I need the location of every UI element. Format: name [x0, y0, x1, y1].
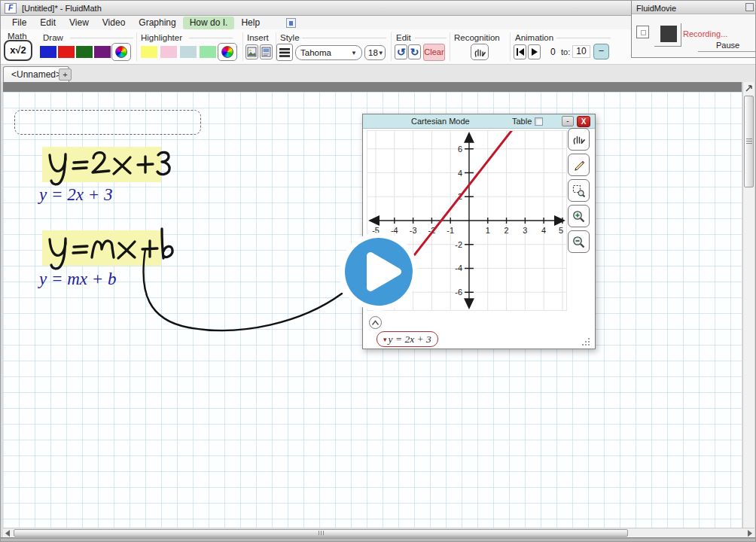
menu-view[interactable]: View: [62, 17, 96, 29]
menu-video[interactable]: Video: [96, 17, 132, 29]
fluidmovie-title-bar[interactable]: FluidMovie: [632, 1, 756, 14]
graph-gesture-button[interactable]: [568, 128, 590, 151]
redo-button[interactable]: ↻: [408, 44, 421, 59]
vertical-scrollbar[interactable]: [742, 82, 754, 528]
recording-status: Recording...: [683, 29, 727, 38]
animation-rewind-button[interactable]: [514, 44, 526, 59]
recognition-group-label: Recognition: [454, 33, 500, 42]
draw-color-green[interactable]: [76, 46, 93, 58]
record-option-button[interactable]: [636, 26, 649, 38]
highlighter-color-green[interactable]: [200, 46, 216, 58]
graph-zoom-in-button[interactable]: [568, 205, 590, 227]
recognition-button[interactable]: [471, 44, 489, 60]
animation-play-button[interactable]: [528, 44, 541, 59]
style-group-label: Style: [280, 33, 300, 42]
svg-text:-6: -6: [455, 288, 462, 297]
resize-grip-icon[interactable]: [581, 337, 590, 346]
graph-zoom-out-button[interactable]: [568, 230, 590, 253]
menu-how-do-i[interactable]: How do I.: [183, 17, 235, 29]
svg-text:2: 2: [505, 226, 509, 235]
graph-pencil-button[interactable]: [568, 154, 590, 176]
svg-text:3: 3: [523, 226, 527, 235]
menu-graphing[interactable]: Graphing: [132, 17, 182, 29]
skip-start-icon: [516, 47, 525, 56]
zoom-in-icon: [572, 210, 585, 223]
chevron-down-icon: ▾: [383, 336, 387, 343]
svg-text:-1: -1: [447, 226, 454, 235]
document-icon[interactable]: [286, 18, 296, 28]
collapse-panel-button[interactable]: [369, 316, 382, 329]
equation-chip-text: y = 2x + 3: [389, 333, 431, 346]
typeset-eq2: y = mx + b: [39, 269, 117, 289]
svg-text:6: 6: [458, 145, 462, 154]
typeset-eq1: y = 2x + 3: [39, 185, 112, 205]
chevron-down-icon: ▼: [378, 50, 384, 56]
math-input-button[interactable]: x√2: [4, 40, 32, 61]
scroll-left-icon[interactable]: [5, 530, 10, 537]
pause-link[interactable]: Pause: [716, 41, 739, 50]
redo-icon: ↻: [410, 46, 419, 58]
zoom-selection-icon: [572, 184, 585, 197]
selection-box[interactable]: [14, 110, 201, 135]
chevron-down-icon: ▼: [351, 50, 357, 56]
draw-group-label: Draw: [43, 33, 63, 42]
highlighter-color-blue[interactable]: [180, 46, 197, 58]
window-title: [Untitled]* - FluidMath: [22, 1, 102, 16]
font-size-select[interactable]: 18 ▼: [364, 45, 386, 60]
highlighter-color-picker-button[interactable]: [218, 43, 237, 61]
horizontal-scrollbar[interactable]: [3, 528, 754, 537]
fluidmovie-panel: FluidMovie Recording... Pause: [631, 1, 756, 58]
animation-from-value[interactable]: 0: [550, 47, 556, 57]
vertical-scroll-thumb[interactable]: [744, 96, 754, 187]
minimize-button[interactable]: -: [562, 116, 574, 126]
clear-button[interactable]: Clear: [423, 44, 445, 61]
undo-button[interactable]: ↺: [395, 44, 407, 59]
insert-image-button[interactable]: [245, 44, 258, 59]
animation-to-value[interactable]: 10: [572, 45, 590, 58]
play-icon: [530, 47, 539, 56]
cartesian-title: Cartesian Mode: [411, 117, 470, 126]
close-button[interactable]: X: [577, 116, 590, 127]
app-logo-icon: F: [5, 3, 17, 14]
insert-media-button[interactable]: [260, 44, 273, 59]
color-wheel-icon: [115, 46, 127, 58]
video-play-button[interactable]: [339, 232, 422, 315]
menu-help[interactable]: Help: [234, 17, 267, 29]
draw-color-blue[interactable]: [40, 46, 56, 58]
fluidmovie-title: FluidMovie: [636, 4, 676, 13]
hand-writing-icon: [572, 133, 585, 145]
equation-chip[interactable]: ▾ y = 2x + 3: [376, 331, 438, 347]
drawing-canvas[interactable]: y = 2x + 3 y = mx + b Cartesian Mode Tab…: [3, 92, 742, 528]
font-family-select[interactable]: Tahoma ▼: [295, 45, 362, 60]
highlighter-color-pink[interactable]: [160, 46, 177, 58]
handwritten-eq1: [39, 148, 175, 188]
animation-minus-button[interactable]: −: [593, 44, 609, 59]
animation-group-label: Animation: [515, 33, 553, 42]
draw-color-purple[interactable]: [94, 46, 111, 58]
scroll-right-icon[interactable]: [748, 530, 752, 537]
hand-writing-icon: [474, 47, 486, 58]
line-style-button[interactable]: [276, 44, 293, 61]
cartesian-title-bar[interactable]: Cartesian Mode Table - X: [363, 114, 595, 129]
highlighter-color-yellow[interactable]: [141, 46, 157, 58]
tab-bar: <Unnamed> +: [1, 65, 756, 82]
window-restore-icon[interactable]: [745, 3, 754, 11]
table-label: Table: [512, 117, 532, 126]
insert-group-label: Insert: [247, 33, 269, 42]
draw-color-picker-button[interactable]: [111, 43, 131, 61]
image-icon: [247, 47, 257, 57]
media-icon: [261, 47, 271, 57]
grip-ridges-icon: [746, 139, 752, 145]
stop-recording-button[interactable]: [660, 26, 677, 42]
draw-color-red[interactable]: [58, 46, 75, 58]
table-checkbox[interactable]: [535, 117, 543, 126]
graph-zoom-select-button[interactable]: [568, 179, 590, 202]
menu-edit[interactable]: Edit: [33, 17, 62, 29]
grip-ridges-icon: [319, 531, 325, 535]
pencil-icon: [573, 159, 585, 171]
horizontal-scroll-thumb[interactable]: [14, 529, 628, 537]
add-tab-button[interactable]: +: [59, 69, 72, 81]
highlighter-group-label: Highlighter: [141, 33, 182, 42]
edit-group-label: Edit: [396, 33, 411, 42]
menu-file[interactable]: File: [5, 17, 33, 29]
